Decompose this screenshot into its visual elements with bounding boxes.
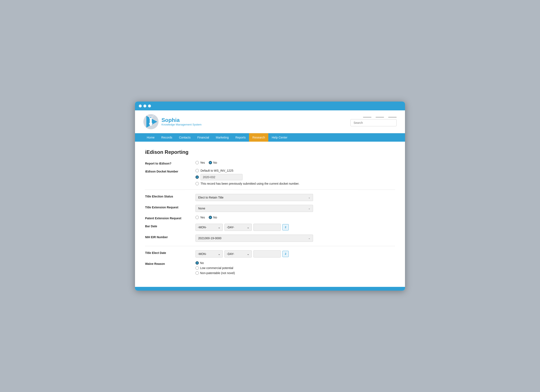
divider-2	[145, 246, 395, 246]
bar-month-placeholder: -MON-	[198, 226, 207, 229]
controls-title-election-status: Elect to Retain Title ⌄	[195, 194, 395, 201]
select-title-extension-request[interactable]: None ⌄	[195, 205, 313, 212]
select-title-elect-month[interactable]: -MON- ⌄	[195, 250, 223, 258]
docket-option-previously-submitted: This record has been previously submitte…	[195, 182, 395, 185]
radio-report-no[interactable]: No	[209, 161, 217, 164]
title-elect-month-placeholder: -MON-	[198, 252, 207, 256]
date-row-bar: -MON- ⌄ -DAY- ⌄ 2	[195, 224, 395, 231]
nav-item-contacts[interactable]: Contacts	[176, 133, 194, 142]
svg-rect-7	[150, 125, 152, 126]
select-nih-eir-number[interactable]: 2021000-19-0000 ⌄	[195, 235, 313, 242]
brand-subtitle: Knowledge Management System	[161, 123, 202, 126]
header-link-2[interactable]	[376, 117, 384, 118]
radio-docket-default[interactable]	[195, 169, 199, 172]
header-links	[363, 117, 397, 118]
controls-bar-date: -MON- ⌄ -DAY- ⌄ 2	[195, 224, 395, 231]
form-row-title-election-status: Title Election Status Elect to Retain Ti…	[145, 194, 395, 201]
select-bar-day[interactable]: -DAY- ⌄	[225, 224, 252, 231]
radio-waive-low-commercial[interactable]: Low commercial potential	[195, 266, 395, 270]
svg-rect-2	[150, 118, 152, 123]
header-link-1[interactable]	[363, 117, 371, 118]
docket-default-label: Default to WS_INV_1225	[200, 169, 233, 172]
select-title-election-status[interactable]: Elect to Retain Title ⌄	[195, 194, 313, 201]
select-title-election-value: Elect to Retain Title	[198, 196, 224, 199]
form-row-title-extension-request: Title Extension Request None ⌄	[145, 205, 395, 212]
radio-input-waive-low[interactable]	[195, 266, 199, 270]
search-input[interactable]	[350, 119, 397, 126]
app-header: Sophia Knowledge Management System	[135, 110, 405, 133]
label-docket-number: iEdison Docket Number	[145, 169, 195, 173]
radio-patent-yes[interactable]: Yes	[195, 216, 205, 219]
chevron-down-icon-7: ⌄	[247, 252, 250, 256]
docket-number-input[interactable]	[200, 174, 242, 180]
label-title-election-status: Title Election Status	[145, 194, 195, 198]
radio-input-report-no[interactable]	[209, 161, 212, 164]
bar-date-calendar-button[interactable]: 2	[282, 224, 289, 230]
nav-item-financial[interactable]: Financial	[194, 133, 212, 142]
radio-input-waive-non-patentable[interactable]	[195, 271, 199, 275]
label-bar-date: Bar Date	[145, 224, 195, 228]
traffic-light-close[interactable]	[139, 104, 142, 107]
page-title: iEdison Reporting	[145, 149, 395, 155]
form-row-patent-extension-request: Patent Extension Request Yes No	[145, 216, 395, 220]
title-elect-day-placeholder: -DAY-	[227, 252, 234, 256]
radio-input-report-yes[interactable]	[195, 161, 199, 164]
select-title-elect-day[interactable]: -DAY- ⌄	[225, 250, 252, 258]
radio-label-waive-no: No	[200, 261, 204, 265]
radio-waive-non-patentable[interactable]: Non-patentable (not novel)	[195, 271, 395, 275]
radio-row-patent: Yes No	[195, 216, 395, 219]
radio-waive-no[interactable]: No	[195, 261, 395, 265]
form-row-bar-date: Bar Date -MON- ⌄ -DAY- ⌄ 2	[145, 224, 395, 231]
docket-previous-label: This record has been previously submitte…	[200, 182, 299, 185]
title-elect-date-calendar-button[interactable]: 2	[282, 251, 289, 257]
nav-item-home[interactable]: Home	[143, 133, 158, 142]
radio-label-waive-non-patentable: Non-patentable (not novel)	[200, 271, 235, 275]
traffic-light-minimize[interactable]	[143, 104, 146, 107]
controls-docket-number: Default to WS_INV_1225 This record has b…	[195, 169, 395, 185]
nav-item-research[interactable]: Research	[249, 133, 268, 142]
label-title-elect-date: Title Elect Date	[145, 250, 195, 254]
radio-report-yes[interactable]: Yes	[195, 161, 205, 164]
select-title-extension-value: None	[198, 207, 205, 210]
label-report-to-iedison: Report to iEdison?	[145, 161, 195, 165]
chevron-down-icon-3: ⌄	[218, 226, 220, 229]
nih-eir-number-value: 2021000-19-0000	[198, 237, 221, 240]
radio-label-waive-low: Low commercial potential	[200, 266, 233, 270]
nav-item-reports[interactable]: Reports	[232, 133, 249, 142]
svg-rect-6	[150, 124, 152, 125]
radio-label-patent-no: No	[213, 216, 217, 219]
form-row-report-to-iedison: Report to iEdison? Yes No	[145, 161, 395, 165]
divider-1	[145, 189, 395, 190]
radio-docket-previous[interactable]	[195, 182, 199, 185]
select-bar-month[interactable]: -MON- ⌄	[195, 224, 223, 231]
controls-title-elect-date: -MON- ⌄ -DAY- ⌄ 2	[195, 250, 395, 258]
radio-input-patent-no[interactable]	[209, 216, 212, 219]
controls-waive-reason: No Low commercial potential Non-patentab…	[195, 261, 395, 275]
docket-option-default: Default to WS_INV_1225	[195, 169, 395, 172]
radio-label-no: No	[213, 161, 217, 164]
nav-bar: Home Records Contacts Financial Marketin…	[135, 133, 405, 142]
bar-year-input[interactable]	[253, 224, 281, 231]
logo-area: Sophia Knowledge Management System	[143, 114, 202, 129]
radio-docket-custom[interactable]	[195, 175, 199, 179]
nav-item-records[interactable]: Records	[158, 133, 175, 142]
radio-input-waive-no[interactable]	[195, 261, 199, 265]
main-content: iEdison Reporting Report to iEdison? Yes…	[135, 142, 405, 287]
form-row-waive-reason: Waive Reason No Low commercial potential…	[145, 261, 395, 275]
radio-patent-no[interactable]: No	[209, 216, 217, 219]
nav-item-help-center[interactable]: Help Center	[268, 133, 291, 142]
brand-name: Sophia	[161, 117, 202, 123]
traffic-light-maximize[interactable]	[148, 104, 151, 107]
nav-item-marketing[interactable]: Marketing	[212, 133, 232, 142]
logo-svg	[143, 114, 159, 129]
radio-label-patent-yes: Yes	[200, 216, 205, 219]
label-waive-reason: Waive Reason	[145, 261, 195, 265]
title-elect-year-input[interactable]	[253, 250, 281, 258]
header-link-3[interactable]	[388, 117, 397, 118]
radio-input-patent-yes[interactable]	[195, 216, 199, 219]
label-title-extension-request: Title Extension Request	[145, 205, 195, 209]
chevron-down-icon-6: ⌄	[218, 252, 220, 256]
app-window: Sophia Knowledge Management System Home …	[135, 102, 405, 291]
controls-patent-extension-request: Yes No	[195, 216, 395, 219]
bar-day-placeholder: -DAY-	[227, 226, 234, 229]
